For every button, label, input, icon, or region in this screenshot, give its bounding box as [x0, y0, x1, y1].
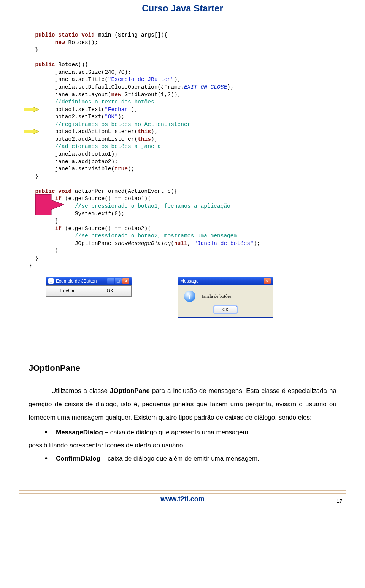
code-text: Botoes(); — [65, 40, 98, 46]
string: "Fechar" — [105, 106, 131, 113]
code-block: public static void main (String args[]){… — [29, 32, 336, 270]
code-text: JOptionPane. — [75, 240, 114, 246]
code-text: GridLayout(1,2)); — [121, 92, 181, 98]
keyword: public — [35, 188, 55, 194]
code-text: ); — [227, 84, 233, 90]
keyword: void — [81, 32, 95, 38]
code-text: main (String args[]){ — [95, 32, 167, 38]
page: Curso Java Starter public static void ma… — [0, 0, 365, 508]
dialog-types-list: MessageDialog – caixa de diálogo que apr… — [29, 426, 336, 466]
keyword: true — [114, 166, 128, 172]
svg-marker-1 — [24, 129, 39, 134]
maximize-button[interactable]: □ — [115, 278, 122, 284]
page-footer: www.t2ti.com 17 — [0, 490, 365, 508]
code-text: } — [35, 47, 38, 53]
static-call: exit — [98, 211, 111, 217]
comment: //registramos os botoes no ActionListene… — [55, 121, 191, 127]
message-dialog: Message × i Janela de botões OK — [178, 277, 273, 318]
comment: //se pressionado o botao1, fechamos a ap… — [75, 203, 230, 209]
code-text: botao2.addActionListener( — [55, 136, 138, 142]
keyword: void — [58, 188, 71, 194]
keyword: new — [55, 40, 65, 46]
close-button[interactable]: × — [122, 278, 129, 284]
code-text: ); — [254, 240, 260, 246]
keyword: static — [58, 32, 78, 38]
keyword: public — [35, 62, 55, 68]
constant: EXIT_ON_CLOSE — [184, 84, 227, 90]
keyword: this — [138, 129, 151, 135]
comment: //adicionamos os botões a janela — [55, 143, 161, 149]
code-text: janela.add(botao1); — [55, 151, 118, 157]
class-name: JOptionPane — [110, 387, 150, 394]
content: public static void main (String args[]){… — [29, 32, 336, 466]
code-text: ); — [118, 114, 124, 120]
code-text: } — [55, 218, 59, 224]
svg-marker-0 — [24, 107, 39, 112]
yellow-arrow-icon — [24, 107, 39, 112]
static-call: showMessageDialog — [114, 240, 171, 246]
page-number: 17 — [337, 498, 342, 504]
keyword: null — [174, 240, 187, 246]
code-text: botao2.setText( — [55, 114, 105, 120]
dialog-body: i Janela de botões — [178, 285, 273, 306]
string: "Exemplo de JButton" — [108, 76, 174, 83]
comment: //definimos o texto dos botões — [55, 99, 154, 105]
code-text: janela.setTitle( — [55, 76, 108, 83]
window-title: Exemplo de JButton — [56, 278, 97, 284]
list-text: – caixa de diálogo que além de emitir um… — [100, 455, 259, 462]
section-paragraph: Utilizamos a classe JOptionPane para a i… — [29, 385, 336, 424]
code-text: (0); — [111, 211, 125, 217]
keyword: new — [111, 92, 121, 98]
red-arrow-icon — [35, 194, 64, 215]
minimize-button[interactable]: _ — [107, 278, 114, 284]
code-text: (e.getSource() == botao2){ — [62, 226, 151, 232]
code-text: } — [35, 255, 38, 261]
string: "Janela de botões" — [194, 240, 254, 246]
dialog-type-name: ConfirmDialog — [56, 455, 100, 462]
window-body: Fechar OK — [46, 285, 132, 297]
titlebar-buttons: × — [264, 278, 271, 284]
list-text: – caixa de diálogo que apresenta uma men… — [103, 429, 250, 436]
list-item: ConfirmDialog – caixa de diálogo que alé… — [56, 452, 336, 466]
fechar-button[interactable]: Fechar — [46, 285, 89, 297]
code-text: } — [29, 262, 32, 269]
svg-marker-2 — [35, 194, 64, 215]
java-icon — [48, 278, 54, 284]
code-text: actionPerformed(ActionEvent e){ — [71, 188, 177, 194]
list-text-cont: possibilitando acrescentar ícones de ale… — [29, 439, 336, 452]
code-text: System. — [75, 211, 98, 217]
code-text: janela.setVisible( — [55, 166, 115, 172]
code-text: ); — [128, 166, 134, 172]
code-text: janela.setDefaultCloseOperation(JFrame. — [55, 84, 184, 90]
dialog-text: Janela de botões — [202, 294, 232, 299]
ok-button[interactable]: OK — [214, 306, 237, 313]
code-text: janela.setLayout( — [55, 92, 111, 98]
info-icon: i — [184, 291, 195, 302]
header-rule — [19, 17, 346, 20]
titlebar: Exemplo de JButton _ □ × — [46, 277, 132, 285]
titlebar-buttons: _ □ × — [107, 278, 129, 284]
code-text: ); — [174, 76, 181, 83]
string: "OK" — [105, 114, 118, 120]
keyword: public — [35, 32, 55, 38]
dialog-type-name: MessageDialog — [56, 429, 103, 436]
window-title: Message — [180, 278, 199, 284]
code-text: botao1.addActionListener( — [55, 129, 138, 135]
screenshots-row: Exemplo de JButton _ □ × Fechar OK Messa… — [46, 277, 336, 318]
code-text: Botoes(){ — [55, 62, 88, 68]
titlebar: Message × — [178, 277, 273, 285]
dialog-footer: OK — [178, 306, 273, 317]
page-header: Curso Java Starter — [0, 0, 365, 14]
code-text: , — [187, 240, 194, 246]
footer-rule — [19, 490, 346, 494]
ok-button[interactable]: OK — [89, 285, 132, 297]
code-text: ); — [151, 129, 157, 135]
code-text: ); — [131, 106, 138, 113]
code-text: } — [55, 248, 59, 254]
keyword: this — [138, 136, 151, 142]
close-button[interactable]: × — [264, 278, 271, 284]
code-text: ( — [171, 240, 174, 246]
yellow-arrow-icon — [24, 129, 39, 134]
code-text: } — [35, 173, 38, 180]
footer-link[interactable]: www.t2ti.com — [160, 495, 204, 503]
